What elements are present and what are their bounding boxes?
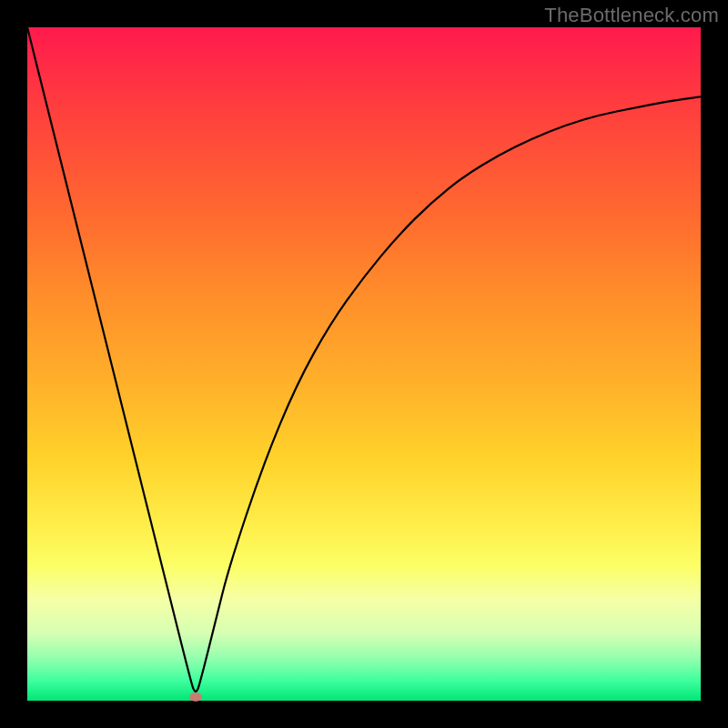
chart-frame: TheBottleneck.com — [0, 0, 728, 728]
curve-minimum-marker — [189, 693, 202, 702]
watermark-label: TheBottleneck.com — [544, 4, 719, 27]
plot-area — [27, 27, 701, 701]
bottleneck-curve — [27, 27, 701, 701]
